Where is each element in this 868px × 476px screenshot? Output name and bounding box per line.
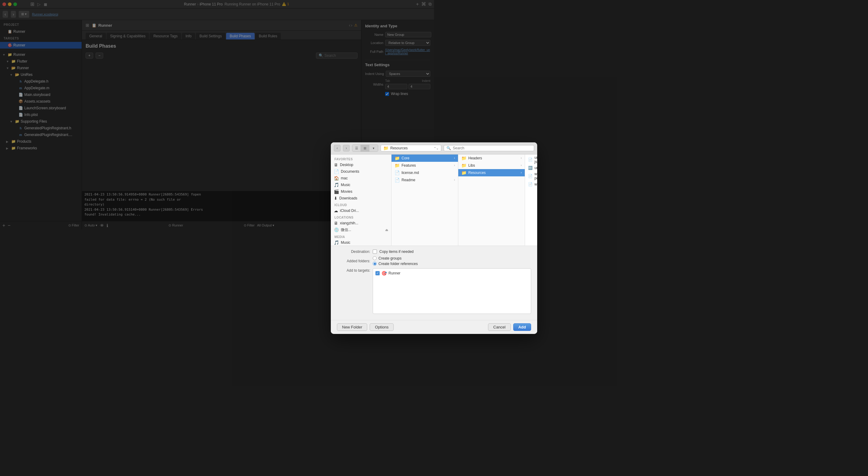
features-folder-icon: 📁 [395, 163, 400, 168]
sidebar-documents[interactable]: 📄 Documents [331, 168, 391, 175]
col1-license[interactable]: 📄 license.md [392, 169, 434, 176]
sidebar-downloads[interactable]: ⬇ Downloads [331, 195, 391, 202]
modal-column-view[interactable]: ⊞ [361, 145, 369, 151]
disk-icon: 💿 [334, 227, 339, 232]
col1-features[interactable]: 📁 Features › [392, 162, 434, 169]
sidebar-icloud[interactable]: ☁ iCloud Dri... [331, 207, 391, 214]
location-text: Resources [390, 146, 432, 150]
music-icon: 🎵 [334, 182, 339, 187]
modal-body: Favorites 🖥 Desktop 📄 Documents 🏠 mac 🎵 … [331, 154, 434, 238]
sidebar-xiangzhih[interactable]: 🖥 xiangzhih... [331, 220, 391, 227]
license-icon: 📄 [395, 170, 400, 175]
downloads-icon: ⬇ [334, 196, 338, 201]
modal-column-1: 📁 Core › 📁 Features › 📄 license.md [392, 154, 434, 238]
locations-section: Locations [331, 214, 391, 220]
icloud-section: iCloud [331, 202, 391, 207]
movies-label: Movies [341, 189, 352, 194]
modal-sidebar: Favorites 🖥 Desktop 📄 Documents 🏠 mac 🎵 … [331, 154, 392, 238]
downloads-label: Downloads [339, 196, 357, 200]
movies-icon: 🎬 [334, 189, 339, 194]
mac-label: mac [341, 176, 348, 180]
documents-label: Documents [341, 169, 359, 174]
icloud-icon: ☁ [334, 208, 338, 213]
desktop-icon: 🖥 [334, 162, 338, 167]
documents-icon: 📄 [334, 169, 339, 174]
sidebar-desktop[interactable]: 🖥 Desktop [331, 161, 391, 168]
sidebar-movies[interactable]: 🎬 Movies [331, 188, 391, 195]
license-label: license.md [402, 171, 419, 175]
core-folder-icon: 📁 [395, 156, 400, 160]
modal-view-buttons: ☰ ⊞ ▾ [352, 145, 378, 152]
core-label: Core [402, 156, 409, 160]
xiangzhih-label: xiangzhih... [340, 221, 359, 225]
col1-core[interactable]: 📁 Core › [392, 154, 434, 162]
readme-icon: 📄 [395, 178, 400, 182]
desktop-label: Desktop [340, 163, 353, 167]
sidebar-wechat[interactable]: 💿 微信... ⏏ [331, 227, 391, 233]
features-label: Features [402, 163, 416, 168]
modal-overlay: ‹ › ☰ ⊞ ▾ 📁 Resources ⌃⌄ 🔍 Favorites [0, 0, 434, 238]
media-section: Media [331, 233, 391, 238]
eject-icon: ⏏ [385, 228, 388, 232]
modal-forward-button[interactable]: › [343, 145, 350, 151]
col1-readme[interactable]: 📄 Readme › [392, 176, 434, 184]
modal-back-button[interactable]: ‹ [334, 145, 341, 151]
location-dropdown-arrow: ⌃⌄ [434, 147, 434, 150]
folder-icon: 📁 [383, 146, 389, 151]
modal-toolbar: ‹ › ☰ ⊞ ▾ 📁 Resources ⌃⌄ 🔍 [331, 142, 434, 154]
modal-grid-view-dropdown[interactable]: ▾ [369, 145, 378, 151]
readme-label: Readme [402, 178, 415, 182]
modal-dialog: ‹ › ☰ ⊞ ▾ 📁 Resources ⌃⌄ 🔍 Favorites [331, 142, 434, 238]
music-label: Music [341, 183, 350, 187]
computer-icon: 🖥 [334, 221, 338, 226]
modal-list-view[interactable]: ☰ [352, 145, 361, 151]
sidebar-mac[interactable]: 🏠 mac [331, 175, 391, 182]
home-icon: 🏠 [334, 176, 339, 181]
sidebar-music[interactable]: 🎵 Music [331, 182, 391, 188]
icloud-label: iCloud Dri... [340, 209, 359, 213]
wechat-label: 微信... [341, 227, 351, 233]
modal-location[interactable]: 📁 Resources ⌃⌄ [380, 145, 434, 151]
favorites-section: Favorites [331, 156, 391, 161]
